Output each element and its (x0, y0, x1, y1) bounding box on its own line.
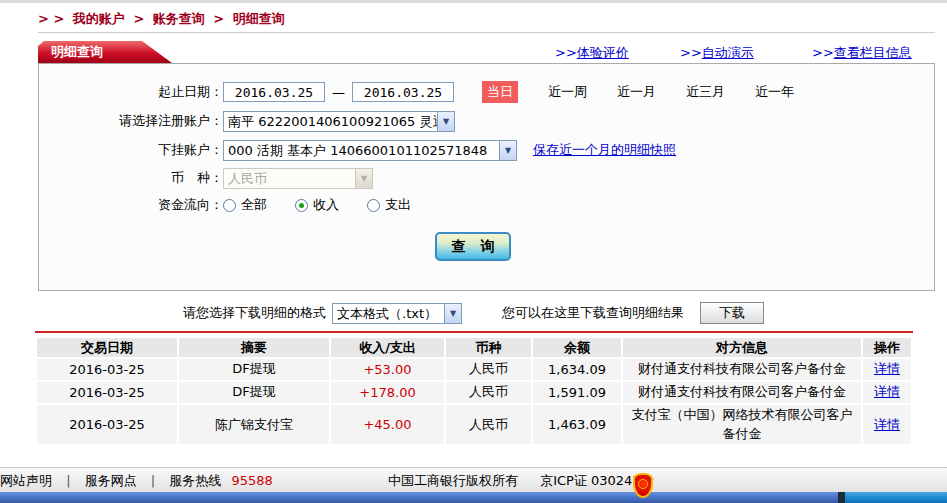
download-hint: 您可以在这里下载查询明细结果 (502, 304, 684, 322)
chevron-down-icon: ▼ (355, 169, 372, 188)
top-divider (0, 0, 947, 3)
page-footer: 网站声明 | 服务网点 | 服务热线 95588 中国工商银行版权所有 京ICP… (0, 467, 947, 492)
bottom-bar-scroll-segment[interactable] (845, 492, 947, 503)
download-format-select[interactable]: 文本格式（.txt） ▼ (332, 303, 462, 324)
cell-summary: DF提现 (179, 359, 329, 380)
download-format-value: 文本格式（.txt） (333, 304, 444, 323)
download-format-label: 请您选择下载明细的格式 (183, 304, 326, 322)
cell-currency: 人民币 (446, 359, 531, 380)
double-arrow-icon: >> (812, 45, 834, 60)
cell-currency: 人民币 (446, 382, 531, 403)
query-form-panel: 起止日期： — 当日 近一周 近一月 近三月 近一年 请选择注册账户： 南平 6… (38, 63, 935, 291)
cell-amount: +45.00 (331, 405, 444, 445)
sub-account-row: 下挂账户： 000 活期 基本户 1406600101102571848 ▼ 保… (39, 138, 934, 162)
flow-all-label: 全部 (241, 196, 267, 214)
service-outlets-link[interactable]: 服务网点 (85, 473, 137, 488)
col-header-summary: 摘要 (179, 338, 329, 357)
cell-balance: 1,463.09 (533, 405, 621, 445)
double-arrow-icon: >> (680, 45, 702, 60)
quick-range-quarter[interactable]: 近三月 (686, 83, 725, 101)
cell-balance: 1,591.09 (533, 382, 621, 403)
col-header-currency: 币种 (446, 338, 531, 357)
cell-counterparty: 财付通支付科技有限公司客户备付金 (623, 359, 861, 380)
date-to-input[interactable] (352, 82, 454, 102)
download-button[interactable]: 下载 (700, 302, 764, 324)
site-statement-link[interactable]: 网站声明 (0, 473, 52, 488)
registered-account-row: 请选择注册账户： 南平 6222001406100921065 灵通卡 ▼ (39, 109, 934, 133)
save-snapshot-link[interactable]: 保存近一个月的明细快照 (533, 141, 676, 159)
footer-copyright: 中国工商银行版权所有 京ICP证 030247号 (388, 468, 654, 493)
hotline-number: 95588 (231, 473, 272, 488)
table-top-red-divider (35, 331, 913, 333)
table-row: 2016-03-25 DF提现 +53.00 人民币 1,634.09 财付通支… (37, 359, 911, 380)
query-button[interactable]: 查 询 (435, 232, 511, 261)
date-from-input[interactable] (223, 82, 325, 102)
bottom-blue-bar (0, 492, 947, 503)
double-arrow-icon: >> (555, 45, 577, 60)
flow-income-label: 收入 (313, 196, 339, 214)
quick-range-week[interactable]: 近一周 (548, 83, 587, 101)
top-links: >>体验评价 >>自动演示 >>查看栏目信息 (0, 44, 947, 62)
breadcrumb-account-query[interactable]: 账务查询 (153, 11, 205, 26)
breadcrumb-separator: > (133, 11, 144, 26)
cell-counterparty: 财付通支付科技有限公司客户备付金 (623, 382, 861, 403)
footer-links: 网站声明 | 服务网点 | 服务热线 95588 (0, 468, 273, 493)
radio-unselected-icon (223, 199, 236, 212)
footer-separator: | (66, 473, 70, 488)
table-row: 2016-03-25 陈广锦支付宝 +45.00 人民币 1,463.09 支付… (37, 405, 911, 445)
cell-counterparty: 支付宝（中国）网络技术有限公司客户备付金 (623, 405, 861, 445)
cell-currency: 人民币 (446, 405, 531, 445)
breadcrumb-my-account[interactable]: 我的账户 (73, 11, 125, 26)
flow-expense-label: 支出 (385, 196, 411, 214)
bottom-bar-notch (838, 492, 845, 503)
date-range-dash: — (332, 85, 345, 100)
detail-query-page: > > 我的账户 > 账务查询 > 明细查询 明细查询 >>体验评价 >>自动演… (0, 0, 947, 503)
cell-amount: +178.00 (331, 382, 444, 403)
breadcrumb-detail-query[interactable]: 明细查询 (233, 11, 285, 26)
column-info-link[interactable]: >>查看栏目信息 (812, 44, 912, 62)
download-row: 请您选择下载明细的格式 文本格式（.txt） ▼ 您可以在这里下载查询明细结果 … (38, 301, 935, 325)
currency-row: 币 种： 人民币 ▼ (39, 167, 934, 189)
sub-account-value: 000 活期 基本户 1406600101102571848 (224, 141, 499, 160)
table-row: 2016-03-25 DF提现 +178.00 人民币 1,591.09 财付通… (37, 382, 911, 403)
hotline-label: 服务热线 (169, 473, 221, 488)
cell-summary: DF提现 (179, 382, 329, 403)
registered-account-value: 南平 6222001406100921065 灵通卡 (224, 112, 437, 131)
quick-range-year[interactable]: 近一年 (755, 83, 794, 101)
bottom-bar-left (0, 492, 838, 503)
table-header-row: 交易日期 摘要 收入/支出 币种 余额 对方信息 操作 (37, 338, 911, 357)
detail-link[interactable]: 详情 (874, 417, 900, 432)
col-header-action: 操作 (863, 338, 911, 357)
radio-unselected-icon (367, 199, 380, 212)
currency-label: 币 种： (39, 169, 223, 187)
detail-link[interactable]: 详情 (874, 361, 900, 376)
cell-balance: 1,634.09 (533, 359, 621, 380)
footer-separator: | (151, 473, 155, 488)
col-header-balance: 余额 (533, 338, 621, 357)
copyright-text: 中国工商银行版权所有 (388, 473, 518, 488)
col-header-amount: 收入/支出 (331, 338, 444, 357)
detail-link[interactable]: 详情 (874, 384, 900, 399)
col-header-counterparty: 对方信息 (623, 338, 861, 357)
date-range-label: 起止日期： (39, 83, 223, 101)
chevron-down-icon: ▼ (499, 141, 516, 160)
flow-radio-all[interactable]: 全部 (223, 196, 267, 214)
experience-review-link[interactable]: >>体验评价 (555, 44, 629, 62)
flow-radio-income[interactable]: 收入 (295, 196, 339, 214)
date-range-row: 起止日期： — 当日 近一周 近一月 近三月 近一年 (39, 80, 934, 104)
sub-account-label: 下挂账户： (39, 141, 223, 159)
breadcrumb-separator: > (213, 11, 224, 26)
fund-flow-label: 资金流向： (39, 196, 223, 214)
cell-summary: 陈广锦支付宝 (179, 405, 329, 445)
currency-value: 人民币 (224, 169, 355, 188)
flow-radio-expense[interactable]: 支出 (367, 196, 411, 214)
sub-account-select[interactable]: 000 活期 基本户 1406600101102571848 ▼ (223, 140, 517, 161)
breadcrumb-prefix: > > (38, 11, 64, 26)
quick-range-month[interactable]: 近一月 (617, 83, 656, 101)
radio-selected-icon (295, 199, 308, 212)
registered-account-select[interactable]: 南平 6222001406100921065 灵通卡 ▼ (223, 111, 455, 132)
auto-demo-link[interactable]: >>自动演示 (680, 44, 754, 62)
today-button[interactable]: 当日 (482, 81, 518, 103)
currency-select-disabled: 人民币 ▼ (223, 168, 373, 189)
registered-account-label: 请选择注册账户： (39, 112, 223, 130)
